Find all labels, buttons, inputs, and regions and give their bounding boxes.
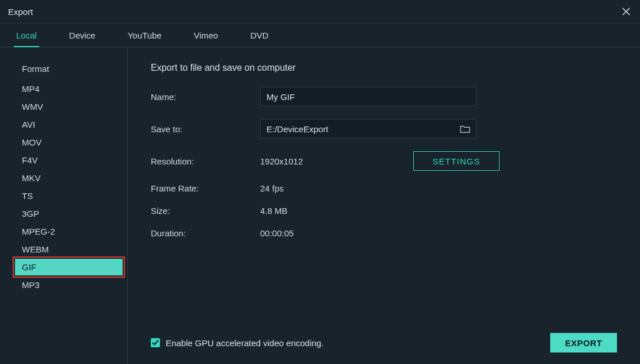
label-duration: Duration:: [151, 228, 260, 238]
tab-vimeo[interactable]: Vimeo: [192, 24, 220, 47]
gpu-label: Enable GPU accelerated video encoding.: [166, 338, 323, 348]
format-webm[interactable]: WEBM: [0, 241, 127, 258]
value-frame-rate: 24 fps: [260, 183, 284, 193]
format-gif[interactable]: GIF: [15, 259, 123, 275]
footer: Enable GPU accelerated video encoding. E…: [151, 321, 617, 352]
label-size: Size:: [151, 206, 260, 216]
format-mpeg2[interactable]: MPEG-2: [0, 223, 127, 240]
format-wmv[interactable]: WMV: [0, 98, 127, 115]
tab-device[interactable]: Device: [67, 24, 98, 47]
close-button[interactable]: [620, 6, 632, 17]
save-to-picker[interactable]: E:/DeviceExport: [260, 119, 477, 139]
tab-youtube[interactable]: YouTube: [125, 24, 164, 47]
tab-dvd[interactable]: DVD: [248, 24, 271, 47]
format-3gp[interactable]: 3GP: [0, 205, 127, 222]
sidebar-header: Format: [0, 59, 127, 79]
main-title: Export to file and save on computer: [151, 63, 617, 73]
folder-icon: [460, 125, 470, 133]
export-button[interactable]: EXPORT: [550, 333, 617, 352]
row-name: Name:: [151, 87, 617, 106]
row-resolution: Resolution: 1920x1012 SETTINGS: [151, 151, 617, 171]
name-input[interactable]: [260, 87, 477, 106]
label-resolution: Resolution:: [151, 156, 260, 166]
format-mp3[interactable]: MP3: [0, 277, 127, 293]
row-save-to: Save to: E:/DeviceExport: [151, 119, 617, 139]
label-frame-rate: Frame Rate:: [151, 183, 260, 193]
row-frame-rate: Frame Rate: 24 fps: [151, 183, 617, 193]
close-icon: [622, 7, 630, 16]
export-dialog: Export Local Device YouTube Vimeo DVD Fo…: [0, 0, 640, 364]
value-size: 4.8 MB: [260, 206, 288, 216]
window-title: Export: [8, 7, 33, 17]
check-icon: [152, 340, 159, 346]
value-resolution: 1920x1012: [260, 156, 393, 166]
label-name: Name:: [151, 92, 260, 102]
label-save-to: Save to:: [151, 124, 260, 134]
tabs: Local Device YouTube Vimeo DVD: [0, 24, 640, 48]
row-duration: Duration: 00:00:05: [151, 228, 617, 238]
format-f4v[interactable]: F4V: [0, 152, 127, 168]
format-mkv[interactable]: MKV: [0, 170, 127, 186]
format-mp4[interactable]: MP4: [0, 81, 127, 97]
settings-button[interactable]: SETTINGS: [413, 151, 500, 171]
gpu-checkbox[interactable]: [151, 338, 160, 347]
row-size: Size: 4.8 MB: [151, 206, 617, 216]
format-mov[interactable]: MOV: [0, 134, 127, 151]
format-ts[interactable]: TS: [0, 187, 127, 204]
titlebar: Export: [0, 0, 640, 24]
save-to-value: E:/DeviceExport: [266, 124, 329, 134]
gpu-row: Enable GPU accelerated video encoding.: [151, 338, 323, 348]
format-avi[interactable]: AVI: [0, 116, 127, 133]
tab-local[interactable]: Local: [14, 24, 39, 47]
value-duration: 00:00:05: [260, 228, 294, 238]
body: Format MP4 WMV AVI MOV F4V MKV TS 3GP MP…: [0, 48, 640, 364]
main-panel: Export to file and save on computer Name…: [128, 48, 640, 364]
sidebar: Format MP4 WMV AVI MOV F4V MKV TS 3GP MP…: [0, 48, 128, 364]
